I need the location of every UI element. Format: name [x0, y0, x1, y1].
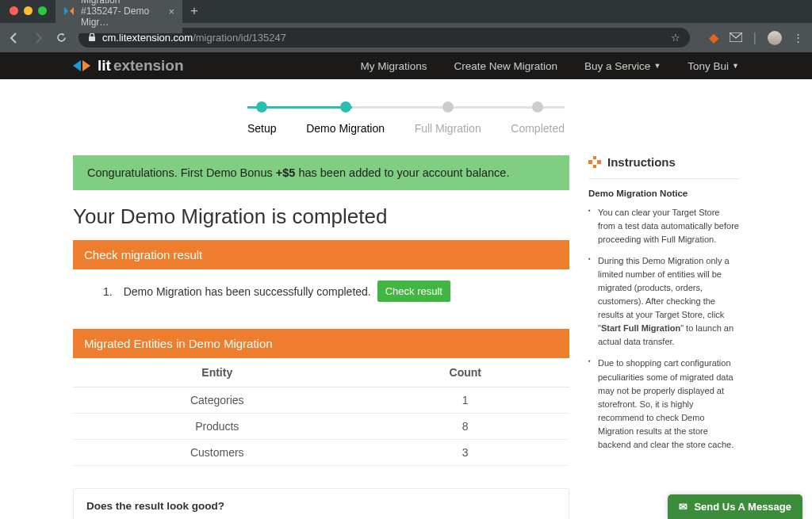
envelope-icon: ✉	[679, 501, 688, 513]
instructions-subtitle: Demo Migration Notice	[588, 189, 739, 198]
instructions-icon	[588, 156, 601, 169]
extension-icon-2[interactable]	[730, 31, 742, 45]
instruction-item: During this Demo Migration only a limite…	[588, 254, 739, 349]
page-title: Your Demo Migration is completed	[73, 204, 569, 229]
step-setup[interactable]: Setup	[247, 101, 277, 135]
reload-button[interactable]	[56, 32, 67, 44]
chevron-down-icon: ▼	[653, 62, 661, 70]
th-entity: Entity	[73, 358, 362, 387]
feedback-box: Does the result look good? It looks grea…	[73, 488, 569, 519]
browser-tab[interactable]: Migration #135247- Demo Migr… ×	[56, 0, 182, 33]
extension-icon-1[interactable]: ◆	[709, 30, 718, 45]
nav-my-migrations[interactable]: My Migrations	[360, 60, 427, 72]
lock-icon	[88, 32, 96, 44]
instructions-title: Instructions	[607, 155, 676, 169]
new-tab-button[interactable]: +	[182, 3, 206, 19]
check-result-header: Check migration result	[73, 240, 569, 269]
tab-title: Migration #135247- Demo Migr…	[81, 0, 162, 28]
site-logo[interactable]: litextension	[73, 57, 184, 74]
close-window-button[interactable]	[10, 6, 18, 15]
nav-create-new[interactable]: Create New Migration	[454, 60, 558, 72]
instructions-sidebar: Instructions Demo Migration Notice You c…	[588, 155, 739, 460]
bookmark-star-icon[interactable]: ☆	[671, 32, 680, 44]
tab-favicon	[63, 6, 75, 17]
browser-menu-button[interactable]: ⋮	[793, 32, 804, 44]
url-text: cm.litextension.com/migration/id/135247	[102, 32, 286, 44]
logo-icon	[73, 60, 90, 71]
entities-header: Migrated Entities in Demo Migration	[73, 329, 569, 358]
minimize-window-button[interactable]	[24, 6, 33, 15]
site-header: litextension My Migrations Create New Mi…	[0, 52, 812, 79]
table-row: Products8	[73, 414, 569, 440]
nav-user-menu[interactable]: Tony Bui▼	[688, 60, 739, 72]
browser-chrome: Migration #135247- Demo Migr… × + cm.lit…	[0, 0, 812, 52]
instruction-item: You can clear your Target Store from a t…	[588, 206, 739, 246]
tab-close-button[interactable]: ×	[168, 6, 174, 17]
step-demo[interactable]: Demo Migration	[306, 101, 385, 135]
th-count: Count	[362, 358, 569, 387]
check-result-button[interactable]: Check result	[377, 280, 450, 302]
feedback-title: Does the result look good?	[86, 500, 556, 512]
svg-rect-0	[89, 36, 95, 41]
bonus-alert: Conguratulations. First Demo Bonus +$5 h…	[73, 155, 569, 190]
progress-stepper: Setup Demo Migration Full Migration Comp…	[73, 79, 739, 155]
result-text: Demo Migration has been successfully com…	[124, 285, 371, 298]
chevron-down-icon: ▼	[732, 62, 739, 70]
step-full: Full Migration	[415, 101, 481, 135]
table-row: Categories1	[73, 387, 569, 414]
table-row: Customers3	[73, 440, 569, 466]
profile-avatar[interactable]	[768, 31, 782, 45]
back-button[interactable]	[8, 32, 21, 44]
instruction-item: Due to shopping cart configuration pecul…	[588, 357, 739, 451]
nav-buy-service[interactable]: Buy a Service▼	[584, 60, 661, 72]
step-completed: Completed	[511, 101, 565, 135]
forward-button[interactable]	[32, 32, 44, 44]
list-number: 1.	[103, 285, 113, 298]
chat-widget[interactable]: ✉ Send Us A Message	[668, 494, 802, 519]
entities-table: Entity Count Categories1 Products8 Custo…	[73, 358, 569, 466]
maximize-window-button[interactable]	[38, 6, 47, 15]
